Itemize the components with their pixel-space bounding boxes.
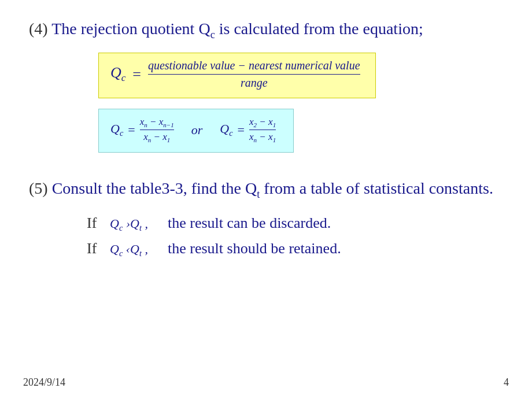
num-cyan-right: x2 − x1	[249, 116, 276, 130]
qc-symbol-cyan-left: Qc	[110, 121, 123, 138]
den-cyan-left: xn − x1	[143, 130, 170, 143]
if-keyword-2: If	[87, 240, 104, 257]
point-5-number: (5)	[29, 179, 48, 197]
equals-yellow: =	[132, 66, 141, 83]
point-4: (4) The rejection quotient Qc is calcula…	[29, 17, 503, 167]
equals-cyan-right: =	[238, 123, 245, 138]
if-condition-2: Qc ‹Qt ,	[110, 242, 156, 258]
point-4-title: (4) The rejection quotient Qc is calcula…	[29, 17, 503, 42]
fraction-cyan-left: xn − xn−1 xn − x1	[140, 116, 174, 144]
numerator-yellow: questionable value − nearest numerical v…	[148, 59, 360, 75]
point-4-number: (4)	[29, 20, 48, 38]
footer-page: 4	[504, 376, 509, 389]
point-5-title: (5) Consult the table3-3, find the Qt fr…	[29, 177, 503, 202]
denominator-yellow: range	[241, 75, 268, 90]
den-cyan-right: xn − x1	[249, 130, 276, 143]
fraction-group-right: Qc = x2 − x1 xn − x1	[220, 116, 276, 144]
fraction-group-left: Qc = xn − xn−1 xn − x1	[110, 116, 174, 144]
if-row-1: If Qc ›Qt , the result can be discarded.	[87, 215, 503, 233]
if-condition-1: Qc ›Qt ,	[110, 216, 156, 233]
point-5-text: Consult the table3-3, find the Qt from a…	[48, 179, 493, 197]
if-result-2: the result should be retained.	[168, 240, 341, 257]
formula-cyan-box: Qc = xn − xn−1 xn − x1 or Qc = x2 − x1 x…	[98, 109, 294, 153]
or-text: or	[191, 123, 203, 138]
if-result-1: the result can be discarded.	[168, 215, 331, 232]
formula-yellow-box: Qc = questionable value − nearest numeri…	[98, 53, 376, 98]
if-conditions: If Qc ›Qt , the result can be discarded.…	[87, 215, 503, 259]
footer: 2024/9/14 4	[23, 376, 509, 389]
equals-cyan-left: =	[128, 123, 135, 138]
footer-date: 2024/9/14	[23, 376, 65, 389]
qc-symbol-cyan-right: Qc	[220, 121, 232, 138]
slide-content: (4) The rejection quotient Qc is calcula…	[0, 0, 532, 278]
if-row-2: If Qc ‹Qt , the result should be retaine…	[87, 240, 503, 258]
formula-yellow-content: Qc = questionable value − nearest numeri…	[110, 59, 364, 90]
num-cyan-left: xn − xn−1	[140, 116, 174, 130]
qc-symbol-yellow: Qc	[110, 64, 125, 84]
point-4-text: The rejection quotient Qc is calculated …	[48, 20, 423, 38]
if-keyword-1: If	[87, 215, 104, 232]
fraction-yellow: questionable value − nearest numerical v…	[148, 59, 360, 90]
point-5: (5) Consult the table3-3, find the Qt fr…	[29, 177, 503, 202]
fraction-cyan-right: x2 − x1 xn − x1	[249, 116, 276, 144]
